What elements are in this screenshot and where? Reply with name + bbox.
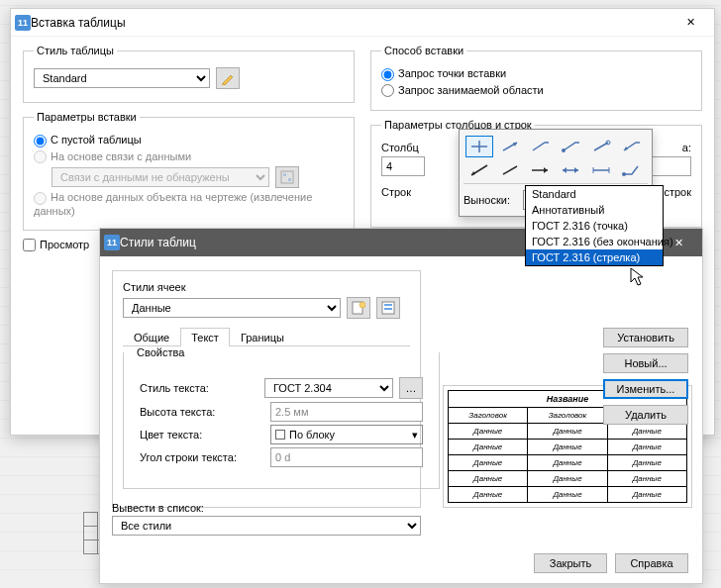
arrow-glyph[interactable] [617, 136, 645, 157]
close-dialog-button[interactable]: Закрыть [534, 553, 607, 573]
preview-cell: Данные [528, 424, 607, 440]
text-color-label: Цвет текста: [140, 429, 258, 441]
cell-styles-panel: Стили ячеек Данные Общие Текст Границы С… [112, 270, 421, 508]
table-style-legend: Стиль таблицы [34, 45, 117, 56]
preview-checkbox[interactable]: Просмотр [23, 239, 89, 252]
preview-header: Заголовок [449, 408, 528, 424]
leader-style-dropdown: Standard Аннотативный ГОСТ 2.316 (точка)… [525, 185, 664, 266]
rows-unit: строк [664, 186, 691, 198]
edit-style-button[interactable]: Изменить... [603, 379, 688, 399]
table-styles-dialog: 11 Стили таблиц ✕ Стили ячеек Данные Общ… [99, 228, 703, 584]
edit-style-button[interactable] [216, 67, 240, 89]
preview-cell: Данные [607, 424, 686, 440]
tab-borders[interactable]: Границы [230, 328, 295, 346]
width-suffix: а: [682, 142, 691, 153]
svg-marker-14 [471, 171, 475, 175]
preview-cell: Данные [528, 471, 607, 487]
svg-rect-0 [281, 171, 293, 183]
preview-cell: Данные [607, 440, 686, 455]
text-height-input[interactable] [270, 402, 423, 422]
preview-cell: Данные [607, 455, 686, 471]
method-area[interactable]: Запрос занимаемой области [381, 84, 544, 98]
col-width-input[interactable] [648, 156, 691, 176]
leader-label: Выноски: [464, 194, 519, 206]
tab-strip: Общие Текст Границы [123, 327, 410, 346]
insert-params-group: Параметры вставки С пустой таблицы На ос… [23, 111, 355, 231]
new-style-button[interactable]: Новый... [603, 353, 688, 373]
table-style-select[interactable]: Standard [34, 68, 210, 88]
arrow-glyph[interactable] [526, 159, 554, 181]
opt-empty-table[interactable]: С пустой таблицы [34, 134, 142, 147]
close-button[interactable]: ✕ [670, 9, 710, 37]
text-style-select[interactable]: ГОСТ 2.304 [264, 378, 393, 398]
opt-data-link: На основе связи с данными [34, 150, 191, 164]
titlebar[interactable]: 11 Вставка таблицы ✕ [11, 9, 714, 37]
arrow-glyph[interactable] [557, 136, 584, 157]
arrow-glyph[interactable] [557, 159, 584, 181]
preview-cell: Данные [607, 487, 686, 503]
data-link-select: Связи с данными не обнаружены [52, 167, 269, 187]
manage-icon [381, 301, 395, 315]
dropdown-item[interactable]: Аннотативный [526, 202, 663, 218]
list-filter-row: Вывести в список: Все стили [112, 502, 421, 536]
svg-point-23 [622, 172, 626, 176]
arrow-glyph[interactable] [465, 136, 493, 157]
new-style-icon [352, 301, 365, 315]
dropdown-item[interactable]: Standard [526, 186, 663, 202]
preview-cell: Данные [607, 471, 686, 487]
svg-marker-19 [574, 167, 578, 173]
table-style-group: Стиль таблицы Standard [23, 45, 355, 103]
arrow-glyph[interactable] [496, 136, 524, 157]
insert-method-legend: Способ вставки [381, 45, 466, 56]
help-button[interactable]: Справка [615, 553, 688, 573]
svg-marker-10 [513, 143, 517, 147]
chevron-down-icon: ▾ [412, 429, 418, 441]
arrow-glyph[interactable] [465, 159, 493, 181]
svg-marker-16 [544, 167, 548, 173]
cell-style-manage-button[interactable] [376, 297, 400, 319]
data-link-button [275, 166, 299, 188]
text-props-group: Свойства Стиль текста: ГОСТ 2.304 … Высо… [123, 346, 440, 489]
svg-rect-2 [288, 178, 291, 181]
preview-cell: Данные [528, 455, 607, 471]
preview-cell: Данные [449, 440, 528, 455]
opt-extract-data: На основе данных объекта на чертеже (изв… [34, 191, 344, 217]
preview-cell: Данные [449, 471, 528, 487]
delete-style-button[interactable]: Удалить [603, 405, 688, 425]
arrow-glyph[interactable] [587, 136, 615, 157]
dropdown-item[interactable]: ГОСТ 2.316 (точка) [526, 218, 663, 234]
arrow-glyph[interactable] [526, 136, 554, 157]
text-angle-input[interactable] [270, 447, 423, 467]
cell-style-new-button[interactable] [347, 297, 370, 319]
set-current-button[interactable]: Установить [603, 328, 688, 347]
color-swatch-icon [275, 430, 285, 440]
cell-style-select[interactable]: Данные [123, 298, 341, 318]
preview-cell: Данные [528, 440, 607, 455]
preview-cell: Данные [449, 455, 528, 471]
pencil-icon [221, 71, 235, 85]
method-point[interactable]: Запрос точки вставки [381, 67, 506, 81]
arrow-glyph[interactable] [617, 159, 645, 181]
preview-cell: Данные [449, 487, 528, 503]
dropdown-item[interactable]: ГОСТ 2.316 (без окончания) [526, 234, 663, 249]
cell-styles-label: Стили ячеек [123, 281, 410, 293]
arrow-glyph[interactable] [496, 159, 524, 181]
text-style-browse-button[interactable]: … [399, 377, 423, 399]
tab-general[interactable]: Общие [123, 328, 180, 346]
tab-text[interactable]: Текст [180, 328, 230, 346]
app-icon: 11 [15, 15, 31, 31]
columns-label: Столбц [381, 142, 431, 153]
preview-cell: Данные [449, 424, 528, 440]
dropdown-item-selected[interactable]: ГОСТ 2.316 (стрелка) [526, 249, 663, 265]
text-height-label: Высота текста: [140, 406, 258, 418]
list-filter-select[interactable]: Все стили [112, 516, 421, 536]
dialog-title: Вставка таблицы [31, 16, 670, 30]
preview-header: Заголовок [528, 408, 607, 424]
list-filter-label: Вывести в список: [112, 502, 421, 514]
svg-point-11 [562, 148, 566, 152]
columns-input[interactable] [381, 156, 425, 176]
arrow-glyph[interactable] [587, 159, 615, 181]
svg-point-12 [606, 141, 610, 145]
text-color-select[interactable]: По блоку ▾ [270, 425, 423, 444]
leader-style-popup: Выноски: ГОСТ 2.316 (стрелка) ▾ Standard… [459, 129, 653, 217]
